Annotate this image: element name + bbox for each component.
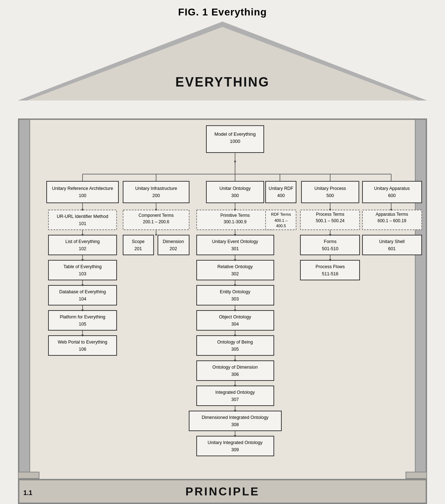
- svg-rect-113: [197, 336, 274, 355]
- svg-marker-146: [155, 234, 157, 236]
- svg-text:Unitary Shell: Unitary Shell: [379, 239, 405, 244]
- svg-text:Scope: Scope: [132, 239, 144, 244]
- svg-rect-98: [48, 285, 117, 305]
- rdf-terms-box: RDF Terms 400.1 – 400.5: [266, 210, 296, 230]
- svg-rect-46: [301, 181, 359, 203]
- unitary-shell-box: Unitary Shell 601: [362, 235, 422, 255]
- foundation: PRINCIPLE: [18, 479, 427, 504]
- svg-text:400.1 –: 400.1 –: [275, 218, 288, 223]
- svg-rect-37: [123, 181, 189, 203]
- svg-text:200.1 – 200.6: 200.1 – 200.6: [143, 219, 169, 224]
- svg-rect-43: [266, 181, 296, 203]
- svg-text:Unitary Event Ontology: Unitary Event Ontology: [212, 239, 258, 244]
- svg-rect-52: [48, 210, 117, 230]
- forms-box: Forms 501-510: [300, 235, 360, 255]
- integrated-box: Integrated Ontology 307: [197, 386, 274, 406]
- svg-text:Model of Everything: Model of Everything: [215, 131, 256, 137]
- svg-rect-122: [189, 411, 281, 431]
- svg-text:600.1 – 600.19: 600.1 – 600.19: [378, 218, 406, 223]
- svg-rect-104: [48, 311, 117, 330]
- svg-text:105: 105: [79, 322, 86, 327]
- svg-text:Integrated Ontology: Integrated Ontology: [215, 390, 255, 395]
- rel-ontology-box: Relative Ontology 302: [197, 260, 274, 280]
- entity-ontology-box: Entity Ontology 303: [197, 285, 274, 305]
- ur-url-box: UR-URL Identifier Method 101: [48, 210, 117, 230]
- svg-text:309: 309: [231, 447, 239, 452]
- svg-rect-101: [197, 285, 274, 305]
- svg-text:303: 303: [231, 297, 239, 302]
- svg-rect-125: [197, 436, 274, 456]
- svg-rect-119: [197, 386, 274, 406]
- table-box: Table of Everything 103: [48, 260, 117, 280]
- ura-box: Unitary Reference Architecture 100: [47, 181, 118, 203]
- prim-terms-box: Primitive Terms 300.1-300.9: [197, 210, 274, 230]
- svg-text:Unitary Reference Architecture: Unitary Reference Architecture: [52, 186, 113, 191]
- svg-text:601: 601: [388, 246, 396, 251]
- svg-text:RDF Terms: RDF Terms: [271, 212, 291, 216]
- svg-text:Component Terms: Component Terms: [139, 213, 174, 218]
- svg-text:500: 500: [327, 193, 334, 198]
- dim-box: Dimension 202: [158, 235, 189, 255]
- platform-box: Platform for Everything 105: [48, 311, 117, 330]
- svg-text:307: 307: [231, 397, 239, 402]
- onto-dim-box: Ontology of Dimension 306: [197, 361, 274, 381]
- up-box: Unitary Process 500: [301, 181, 359, 203]
- svg-text:305: 305: [231, 347, 239, 352]
- svg-text:104: 104: [79, 297, 86, 302]
- svg-text:308: 308: [231, 422, 239, 427]
- svg-text:Table of Everything: Table of Everything: [64, 264, 102, 269]
- svg-text:Unitary RDF: Unitary RDF: [269, 186, 294, 191]
- svg-text:Process Terms: Process Terms: [316, 212, 344, 217]
- svg-text:Dimensioned Integrated Ontolog: Dimensioned Integrated Ontology: [202, 415, 269, 420]
- svg-text:511-516: 511-516: [322, 271, 338, 276]
- svg-text:200: 200: [153, 193, 160, 198]
- svg-text:Unitary Integrated Ontology: Unitary Integrated Ontology: [208, 440, 263, 445]
- svg-text:600: 600: [388, 193, 396, 198]
- svg-rect-40: [206, 181, 264, 203]
- web-portal-box: Web Portal to Everything 106: [48, 336, 117, 355]
- svg-text:100: 100: [79, 193, 86, 198]
- svg-text:500.1 – 500.24: 500.1 – 500.24: [316, 218, 345, 223]
- app-terms-box: Apparatus Terms 600.1 – 600.19: [362, 210, 422, 230]
- svg-rect-34: [47, 181, 118, 203]
- svg-text:List of Everything: List of Everything: [65, 239, 100, 244]
- svg-rect-89: [48, 260, 117, 280]
- svg-text:103: 103: [79, 271, 86, 276]
- svg-text:Dimension: Dimension: [163, 239, 184, 244]
- svg-text:306: 306: [231, 372, 239, 377]
- svg-text:101: 101: [79, 221, 86, 226]
- svg-text:Unitary Apparatus: Unitary Apparatus: [374, 186, 409, 191]
- diagram-svg: Model of Everything 1000 Unitary Referen…: [29, 118, 445, 474]
- model-box: Model of Everything 1000: [206, 126, 264, 153]
- database-box: Database of Everything 104: [48, 285, 117, 305]
- svg-text:Forms: Forms: [324, 239, 336, 244]
- svg-rect-49: [362, 181, 422, 203]
- house-container: EVERYTHING PRINCIPLE 1.1: [18, 22, 427, 504]
- svg-rect-86: [362, 235, 422, 255]
- scope-box: Scope 201: [123, 235, 154, 255]
- svg-text:202: 202: [170, 246, 177, 251]
- svg-text:301: 301: [231, 246, 239, 251]
- svg-text:201: 201: [135, 246, 142, 251]
- ueo-box: Unitary Event Ontology 301: [197, 235, 274, 255]
- roof: EVERYTHING: [18, 22, 427, 101]
- dim-integrated-box: Dimensioned Integrated Ontology 308: [189, 411, 281, 431]
- svg-rect-77: [158, 235, 189, 255]
- onto-being-box: Ontology of Being 305: [197, 336, 274, 355]
- svg-text:Process Flows: Process Flows: [315, 264, 345, 269]
- svg-text:Database of Everything: Database of Everything: [59, 289, 106, 294]
- svg-text:501-510: 501-510: [322, 246, 338, 251]
- svg-text:304: 304: [231, 322, 239, 327]
- svg-text:Entity Ontology: Entity Ontology: [220, 289, 251, 294]
- page-title: FIG. 1 Everything: [0, 0, 445, 18]
- svg-rect-71: [48, 235, 117, 255]
- svg-rect-107: [197, 311, 274, 330]
- svg-text:302: 302: [231, 271, 239, 276]
- unitary-integrated-box: Unitary Integrated Ontology 309: [197, 436, 274, 456]
- svg-text:400: 400: [277, 193, 285, 198]
- svg-rect-116: [197, 361, 274, 381]
- svg-text:106: 106: [79, 347, 86, 352]
- svg-text:Unitary Infrastructure: Unitary Infrastructure: [135, 186, 177, 191]
- svg-text:UR-URL Identifier Method: UR-URL Identifier Method: [57, 214, 108, 219]
- version-label: 1.1: [23, 489, 32, 497]
